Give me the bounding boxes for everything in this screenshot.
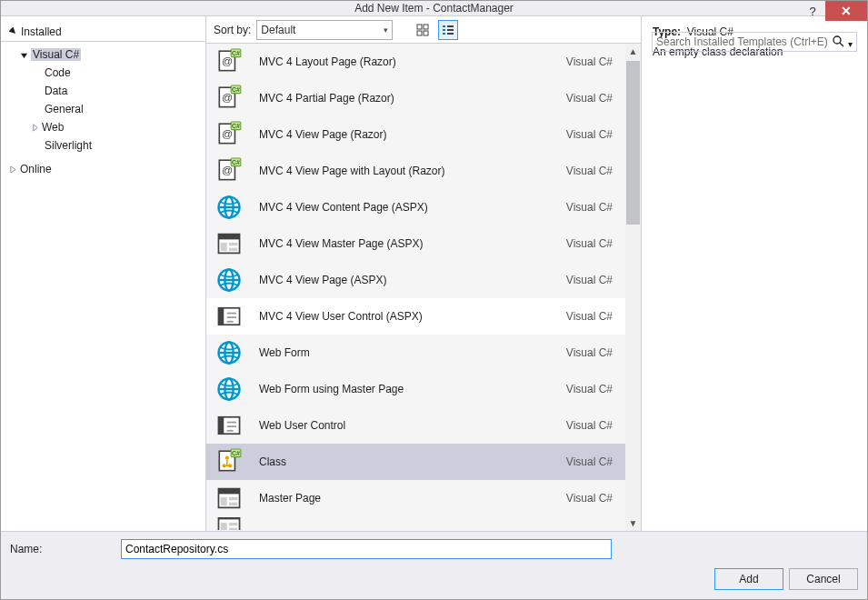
window-controls: ? ✕ bbox=[800, 1, 867, 21]
template-row[interactable]: @C#MVC 4 View Page (Razor)Visual C# bbox=[206, 116, 625, 153]
tree-item-label: Online bbox=[20, 163, 52, 175]
template-row[interactable]: MVC 4 View Content Page (ASPX)Visual C# bbox=[206, 189, 625, 225]
svg-text:C#: C# bbox=[232, 450, 240, 456]
tree-item[interactable]: Silverlight bbox=[1, 136, 205, 155]
template-row[interactable]: MVC 4 View User Control (ASPX)Visual C# bbox=[206, 298, 625, 335]
template-lang: Visual C# bbox=[566, 274, 613, 286]
tree-item[interactable]: Code bbox=[1, 64, 205, 82]
svg-rect-4 bbox=[443, 25, 445, 27]
template-name: MVC 4 View Content Page (ASPX) bbox=[259, 201, 566, 214]
view-medium-icons-button[interactable] bbox=[413, 20, 433, 40]
sort-value: Default bbox=[261, 24, 295, 36]
razor-icon: @C# bbox=[215, 48, 243, 75]
template-lang: Visual C# bbox=[566, 310, 613, 323]
svg-rect-68 bbox=[221, 523, 227, 530]
template-row[interactable]: @C#MVC 4 View Page with Layout (Razor)Vi… bbox=[206, 153, 625, 189]
help-button[interactable]: ? bbox=[800, 1, 825, 21]
svg-rect-0 bbox=[417, 25, 422, 29]
svg-rect-7 bbox=[447, 29, 454, 31]
tree-header-label: Installed bbox=[21, 25, 62, 38]
template-lang: Visual C# bbox=[566, 92, 613, 105]
template-row[interactable]: Web User ControlVisual C# bbox=[206, 407, 625, 444]
template-row[interactable]: C#ClassVisual C# bbox=[206, 444, 625, 480]
template-name: Class bbox=[259, 455, 566, 468]
svg-rect-6 bbox=[443, 29, 445, 31]
razor-icon: @C# bbox=[215, 121, 243, 148]
template-name: Web User Control bbox=[259, 419, 566, 432]
scroll-up-button[interactable]: ▲ bbox=[625, 44, 641, 59]
globe-icon bbox=[215, 375, 243, 403]
svg-text:C#: C# bbox=[232, 123, 240, 129]
name-label: Name: bbox=[10, 543, 110, 555]
tree-item[interactable]: Web bbox=[1, 118, 205, 136]
template-name: MVC 4 View Page (ASPX) bbox=[259, 274, 566, 286]
tree-item[interactable]: Visual C# bbox=[1, 45, 205, 64]
template-row[interactable]: @C#MVC 4 Partial Page (Razor)Visual C# bbox=[206, 80, 625, 116]
chevron-down-icon: ▾ bbox=[384, 25, 388, 35]
tree-item-label: Silverlight bbox=[45, 139, 92, 152]
collapse-icon bbox=[19, 50, 28, 59]
svg-rect-69 bbox=[229, 523, 237, 525]
svg-rect-64 bbox=[229, 497, 237, 500]
tree-item-label: Data bbox=[45, 85, 67, 97]
dialog-window: Add New Item - ContactManager ? ✕ Instal… bbox=[0, 0, 868, 600]
info-panel: Type: Visual C# An empty class declarati… bbox=[642, 16, 867, 531]
template-lang: Visual C# bbox=[566, 455, 613, 468]
svg-rect-5 bbox=[447, 25, 454, 27]
view-small-icons-button[interactable] bbox=[438, 20, 458, 40]
scroll-down-button[interactable]: ▼ bbox=[625, 515, 641, 531]
svg-rect-49 bbox=[218, 417, 224, 434]
name-input[interactable] bbox=[121, 539, 612, 559]
master-icon bbox=[215, 230, 243, 257]
tree-item-label: Visual C# bbox=[31, 48, 81, 61]
razor-icon: @C# bbox=[215, 157, 243, 185]
template-lang: Visual C# bbox=[566, 55, 613, 68]
template-row[interactable]: Web FormVisual C# bbox=[206, 335, 625, 371]
svg-rect-33 bbox=[229, 248, 237, 251]
template-list-wrap: @C#MVC 4 Layout Page (Razor)Visual C#@C#… bbox=[206, 44, 641, 531]
template-name: MVC 4 View Page (Razor) bbox=[259, 128, 566, 141]
search-input[interactable]: Search Installed Templates (Ctrl+E) ▾ bbox=[652, 32, 857, 52]
tree-item-online[interactable]: Online bbox=[1, 160, 205, 178]
button-row: Add Cancel bbox=[10, 568, 858, 590]
svg-rect-1 bbox=[424, 25, 428, 29]
close-button[interactable]: ✕ bbox=[825, 1, 867, 21]
sort-combo[interactable]: Default ▾ bbox=[256, 20, 393, 40]
template-row[interactable] bbox=[206, 516, 625, 531]
template-name: MVC 4 View Master Page (ASPX) bbox=[259, 237, 566, 250]
scrollbar[interactable]: ▲ ▼ bbox=[625, 44, 641, 531]
template-row[interactable]: MVC 4 View Master Page (ASPX)Visual C# bbox=[206, 225, 625, 262]
template-name: MVC 4 Layout Page (Razor) bbox=[259, 55, 566, 68]
category-tree: Installed Visual C#CodeDataGeneralWebSil… bbox=[1, 16, 206, 531]
svg-rect-70 bbox=[229, 528, 237, 530]
svg-text:C#: C# bbox=[232, 159, 240, 165]
svg-rect-9 bbox=[447, 33, 454, 35]
template-list: @C#MVC 4 Layout Page (Razor)Visual C#@C#… bbox=[206, 44, 625, 531]
template-lang: Visual C# bbox=[566, 346, 613, 359]
add-button[interactable]: Add bbox=[714, 568, 783, 590]
svg-rect-38 bbox=[218, 308, 224, 325]
ctrl-icon bbox=[215, 303, 243, 330]
sort-label: Sort by: bbox=[214, 24, 251, 36]
template-row[interactable]: Web Form using Master PageVisual C# bbox=[206, 371, 625, 407]
tree-header-installed[interactable]: Installed bbox=[1, 22, 205, 42]
svg-line-72 bbox=[840, 43, 843, 46]
template-row[interactable]: @C#MVC 4 Layout Page (Razor)Visual C# bbox=[206, 44, 625, 80]
cancel-button[interactable]: Cancel bbox=[789, 568, 858, 590]
svg-text:C#: C# bbox=[232, 86, 240, 93]
template-name: MVC 4 Partial Page (Razor) bbox=[259, 92, 566, 105]
search-icon: ▾ bbox=[832, 35, 853, 50]
tree-item[interactable]: Data bbox=[1, 82, 205, 100]
template-row[interactable]: Master PageVisual C# bbox=[206, 480, 625, 516]
scroll-thumb[interactable] bbox=[626, 61, 640, 225]
bottom-panel: Name: Add Cancel bbox=[1, 531, 867, 599]
template-row[interactable]: MVC 4 View Page (ASPX)Visual C# bbox=[206, 262, 625, 298]
name-row: Name: bbox=[10, 539, 858, 559]
master-icon bbox=[215, 517, 243, 530]
search-placeholder: Search Installed Templates (Ctrl+E) bbox=[656, 35, 828, 48]
svg-rect-8 bbox=[443, 33, 445, 35]
tree-item[interactable]: General bbox=[1, 100, 205, 118]
content: Installed Visual C#CodeDataGeneralWebSil… bbox=[1, 16, 867, 599]
master-icon bbox=[215, 485, 243, 512]
globe-icon bbox=[215, 266, 243, 294]
